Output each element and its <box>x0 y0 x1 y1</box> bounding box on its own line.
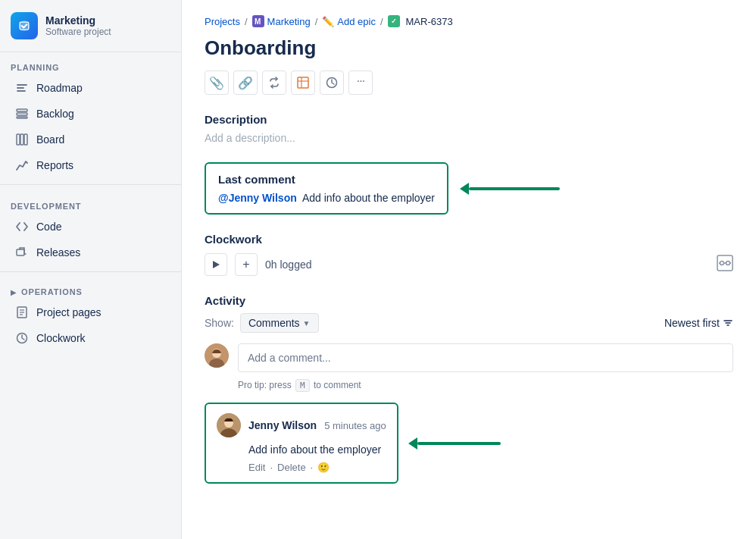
project-info: Marketing Software project <box>45 14 111 37</box>
svg-point-21 <box>720 261 724 265</box>
pro-tip-key: M <box>295 379 310 392</box>
pages-icon <box>15 306 29 319</box>
comment-highlighted-box: Jenny Wilson 5 minutes ago Add info abou… <box>205 403 398 484</box>
last-comment-text: Add info about the employer <box>302 192 435 204</box>
breadcrumb-issue-id: MAR-6373 <box>406 16 453 27</box>
current-user-avatar <box>205 343 229 368</box>
breadcrumb-sep-3: / <box>380 16 383 27</box>
project-subtitle: Software project <box>45 27 111 37</box>
pro-tip-text: Pro tip: press <box>238 380 292 390</box>
last-comment-content: @Jenny Wilson Add info about the employe… <box>218 192 435 204</box>
activity-show: Show: Comments ▼ <box>205 313 319 333</box>
project-icon <box>11 12 38 39</box>
marketing-icon: M <box>252 15 264 27</box>
activity-filter-dropdown[interactable]: Comments ▼ <box>240 313 319 333</box>
clockwork-nav-label: Clockwork <box>36 332 86 344</box>
breadcrumb-sep-2: / <box>315 16 318 27</box>
svg-rect-2 <box>17 113 27 115</box>
sidebar-item-reports[interactable]: Reports <box>5 153 177 177</box>
backlog-label: Backlog <box>36 108 74 120</box>
sidebar-item-clockwork[interactable]: Clockwork <box>5 326 177 350</box>
reports-label: Reports <box>36 159 73 171</box>
table-button[interactable] <box>291 71 315 95</box>
breadcrumb-marketing-link[interactable]: Marketing <box>267 16 311 27</box>
comment-actions: Edit · Delete · 🙂 <box>248 462 386 473</box>
activity-sort-button[interactable]: Newest first <box>664 317 733 329</box>
sidebar: Marketing Software project PLANNING Road… <box>0 0 182 539</box>
comment-input-row: Add a comment... <box>205 343 733 372</box>
roadmap-icon <box>15 81 29 95</box>
planning-section-label: PLANNING <box>0 52 181 75</box>
comment-dot: · <box>270 462 273 473</box>
pro-tip-suffix: to comment <box>314 380 361 390</box>
clockwork-nav-icon <box>15 331 29 345</box>
comment-delete-link[interactable]: Delete <box>277 462 306 473</box>
code-icon <box>15 220 29 233</box>
releases-label: Releases <box>36 246 80 259</box>
last-comment-arrow <box>461 183 560 195</box>
backlog-icon <box>15 107 29 121</box>
clockwork-title: Clockwork <box>205 233 733 246</box>
sort-icon <box>723 318 733 328</box>
link-button[interactable]: 🔗 <box>233 71 258 95</box>
project-name: Marketing <box>45 14 111 27</box>
last-comment-mention: @Jenny Wilson <box>218 192 297 204</box>
jenny-avatar <box>217 413 241 437</box>
comment-body: Add info about the employer <box>248 443 386 456</box>
pencil-icon: ✏️ <box>322 16 334 27</box>
turn-button[interactable] <box>262 71 286 95</box>
releases-icon <box>15 246 29 259</box>
svg-point-22 <box>726 261 730 265</box>
project-pages-label: Project pages <box>36 306 102 318</box>
last-comment-title: Last comment <box>218 173 435 186</box>
issue-icon: ✓ <box>388 15 400 27</box>
operations-chevron: ▶ <box>11 288 17 296</box>
comment-emoji-button[interactable]: 🙂 <box>317 462 330 473</box>
comment-input[interactable]: Add a comment... <box>238 343 733 372</box>
comment-edit-link[interactable]: Edit <box>248 462 265 473</box>
sidebar-divider-1 <box>0 184 181 185</box>
more-button[interactable]: ··· <box>348 71 373 95</box>
breadcrumb: Projects / M Marketing / ✏️ Add epic / ✓… <box>205 15 733 27</box>
svg-rect-6 <box>24 134 27 145</box>
sidebar-item-code[interactable]: Code <box>5 215 177 239</box>
breadcrumb-epic-link[interactable]: Add epic <box>337 16 376 27</box>
breadcrumb-issue: ✓ MAR-6373 <box>388 15 453 27</box>
svg-rect-5 <box>20 134 23 145</box>
sidebar-item-roadmap[interactable]: Roadmap <box>5 76 177 100</box>
comment-header: Jenny Wilson 5 minutes ago <box>217 413 386 437</box>
clockwork-play-button[interactable] <box>205 253 227 276</box>
sidebar-item-backlog[interactable]: Backlog <box>5 102 177 126</box>
description-title: Description <box>205 113 733 126</box>
comment-arrow <box>409 437 501 450</box>
operations-section-collapsible[interactable]: ▶ OPERATIONS <box>0 278 181 299</box>
project-header[interactable]: Marketing Software project <box>0 0 181 52</box>
breadcrumb-add-epic[interactable]: ✏️ Add epic <box>322 16 376 27</box>
sidebar-item-project-pages[interactable]: Project pages <box>5 300 177 324</box>
svg-rect-3 <box>17 117 27 118</box>
breadcrumb-projects[interactable]: Projects <box>205 16 240 27</box>
description-placeholder[interactable]: Add a description... <box>205 132 733 144</box>
comment-user: Jenny Wilson <box>248 419 317 431</box>
attach-button[interactable]: 📎 <box>205 71 229 95</box>
roadmap-label: Roadmap <box>36 82 83 94</box>
activity-filter-value: Comments <box>248 317 300 329</box>
arrow-line <box>469 187 560 190</box>
right-arrow-head <box>408 437 417 450</box>
svg-rect-1 <box>17 109 27 111</box>
page-title: Onboarding <box>205 36 733 60</box>
sidebar-divider-2 <box>0 271 181 272</box>
clock-button[interactable] <box>320 71 344 95</box>
pro-tip: Pro tip: press M to comment <box>238 380 733 390</box>
clockwork-chart-icon[interactable] <box>717 255 733 275</box>
last-comment-box: Last comment @Jenny Wilson Add info abou… <box>205 162 448 215</box>
svg-text:M: M <box>255 17 261 26</box>
sidebar-item-releases[interactable]: Releases <box>5 240 177 265</box>
activity-comment-row: Jenny Wilson 5 minutes ago Add info abou… <box>205 403 733 484</box>
reports-icon <box>15 158 29 172</box>
svg-rect-4 <box>17 134 20 145</box>
toolbar: 📎 🔗 ··· <box>205 71 733 95</box>
sidebar-item-board[interactable]: Board <box>5 127 177 152</box>
activity-title: Activity <box>205 294 733 307</box>
clockwork-add-button[interactable]: + <box>235 253 258 276</box>
